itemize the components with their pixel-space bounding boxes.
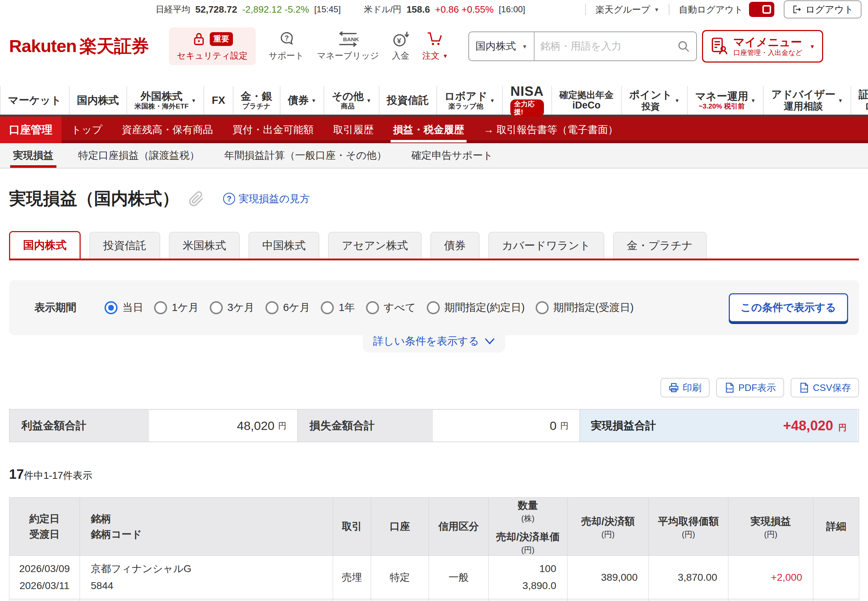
my-menu-button[interactable]: マイメニュー 口座管理・入出金など ▼ (702, 30, 824, 63)
nav-item-investment-trust[interactable]: 投資信託 (379, 86, 436, 114)
subtab-realized-pnl[interactable]: 実現損益 (10, 143, 56, 168)
paperclip-icon[interactable] (188, 191, 204, 207)
proceeds: 389,000 (567, 556, 649, 599)
subtab-annual-pnl[interactable]: 年間損益計算（一般口座・その他） (221, 143, 389, 168)
chevron-down-icon: ▼ (654, 6, 659, 13)
tab-covered-warrant[interactable]: カバードワラント (488, 232, 604, 259)
tab-asean-stock[interactable]: アセアン株式 (328, 232, 422, 259)
rednav-item-withdrawable[interactable]: 買付・出金可能額 (223, 116, 323, 143)
pdf-file-icon: PDF (724, 382, 735, 393)
account-management-section[interactable]: 口座管理 (0, 116, 61, 143)
nav-item-point-investment[interactable]: ポイント 投資 ▼ (621, 86, 688, 114)
table-row[interactable]: 2026/03/09 2026/03/11 京都フィナンシャルG 5844 売埋… (9, 556, 859, 599)
period-option-1month[interactable]: 1ケ月 (154, 300, 199, 315)
page-title: 実現損益（国内株式） (9, 187, 179, 210)
nav-item-gold-platinum[interactable]: 金・銀 プラチナ (233, 86, 280, 114)
subtab-specific-account-pnl[interactable]: 特定口座損益（譲渡益税） (75, 143, 203, 168)
pnl-help-link[interactable]: ? 実現損益の見方 (223, 192, 310, 206)
col-trade-settle-date: 約定日 受渡日 (9, 497, 80, 556)
period-option-range-trade-date[interactable]: 期間指定(約定日) (427, 300, 525, 315)
tab-bonds[interactable]: 債券 (430, 232, 480, 259)
subtab-tax-filing-support[interactable]: 確定申告サポート (408, 143, 496, 168)
divider (585, 4, 586, 15)
nav-item-domestic-stock[interactable]: 国内株式 (69, 86, 127, 114)
rakuten-group-menu[interactable]: 楽天グループ ▼ (595, 4, 659, 15)
tab-china-stock[interactable]: 中国株式 (249, 232, 319, 259)
rednav-item-pnl-tax-history[interactable]: 損益・税金履歴 (383, 116, 474, 143)
tab-gold-platinum[interactable]: 金・プラチナ (613, 232, 707, 259)
nav-item-foreign-stock[interactable]: 外国株式 米国株・海外ETF ▼ (127, 86, 204, 114)
nav-item-ideco[interactable]: 確定拠出年金 iDeCo (552, 86, 621, 114)
logout-label: ログアウト (805, 3, 854, 16)
nav-label: マネー運用 (695, 90, 748, 102)
tab-investment-trust[interactable]: 投資信託 (89, 232, 160, 259)
nav-item-market[interactable]: マーケット (0, 86, 69, 114)
radio-icon (210, 301, 223, 314)
rednav-item-balance[interactable]: 資産残高・保有商品 (112, 116, 223, 143)
col-account-type: 口座 (371, 497, 429, 556)
apply-filter-button[interactable]: この条件で表示する (729, 293, 848, 322)
period-option-6months[interactable]: 6ケ月 (265, 300, 310, 315)
nav-sublabel: 投資 (642, 101, 660, 112)
nav-sublabel: 楽ラップ他 (448, 102, 483, 110)
search-icon[interactable] (677, 40, 690, 53)
security-settings-link[interactable]: 重要 セキュリティ設定 (169, 27, 255, 65)
nav-label: アドバイザー (771, 88, 835, 101)
table-row[interactable]: 2026/03/09 京都フィナンシャルG 売埋 特定 一般 100 392,2… (9, 599, 859, 601)
realized-pnl: +2,000 (728, 556, 813, 599)
usdjpy-value: 158.6 (407, 4, 430, 15)
money-bridge-link[interactable]: BANK マネーブリッジ (317, 27, 379, 65)
trade-type: 売埋 (333, 556, 371, 599)
auto-logout-toggle[interactable] (749, 2, 774, 17)
radio-icon (366, 301, 379, 314)
support-label: サポート (269, 50, 304, 61)
period-option-range-settle-date[interactable]: 期間指定(受渡日) (535, 300, 634, 315)
nav-item-nisa[interactable]: NISA 全力応援! (502, 86, 551, 114)
period-option-all[interactable]: すべて (366, 300, 416, 315)
period-option-3months[interactable]: 3ケ月 (210, 300, 255, 315)
rednav-item-top[interactable]: トップ (61, 116, 112, 143)
nav-item-advisor[interactable]: アドバイザー 運用相談 ▼ (763, 86, 850, 114)
profit-amount: 48,020 (237, 419, 275, 433)
nav-label: ロボアド (444, 90, 488, 102)
print-label: 印刷 (683, 381, 702, 394)
period-option-1year[interactable]: 1年 (321, 300, 355, 315)
rednav-item-trade-history[interactable]: 取引履歴 (323, 116, 383, 143)
csv-save-button[interactable]: CSV CSV保存 (790, 378, 859, 397)
search-category-dropdown[interactable]: 国内株式 ▼ (469, 40, 534, 53)
nav-item-other-products[interactable]: その他 商品 ▼ (324, 86, 379, 114)
profit-total-value: 48,020 円 (149, 410, 297, 442)
toggle-knob-icon (763, 5, 771, 14)
period-option-today[interactable]: 当日 (105, 300, 143, 315)
order-link[interactable]: 注文 ▼ (423, 27, 448, 65)
nav-label: その他 (332, 90, 363, 102)
show-detailed-conditions-toggle[interactable]: 詳しい条件を表示する (363, 330, 505, 352)
logout-button[interactable]: ログアウト (784, 0, 862, 18)
nav-label: 国内株式 (77, 95, 119, 106)
nikkei-time: [15:45] (314, 5, 341, 14)
pdf-view-button[interactable]: PDF PDF表示 (716, 378, 784, 397)
date-cell: 2026/03/09 2026/03/11 (9, 556, 80, 599)
rednav-item-trade-reports[interactable]: → 取引報告書等（電子書面） (474, 116, 628, 143)
nav-item-roboadvisor[interactable]: ロボアド 楽ラップ他 ▼ (436, 86, 503, 114)
nav-item-bonds[interactable]: 債券 ▼ (280, 86, 324, 114)
margin-type: 一般 (429, 599, 489, 601)
money-bridge-label: マネーブリッジ (317, 50, 379, 61)
nav-item-money-management[interactable]: マネー運用 ~3.20% 税引前 ▼ (687, 86, 763, 114)
print-button[interactable]: 印刷 (661, 378, 709, 397)
deposit-link[interactable]: ¥ 入金 (392, 27, 409, 65)
nav-item-fx[interactable]: FX (204, 86, 233, 114)
tab-us-stock[interactable]: 米国株式 (169, 232, 240, 259)
tab-domestic-stock[interactable]: 国内株式 (9, 231, 81, 259)
radio-icon (154, 301, 167, 314)
col-stock-name-code: 銘柄 銘柄コード (80, 497, 333, 556)
support-link[interactable]: ? サポート (269, 27, 304, 65)
realized-pnl-table: 約定日 受渡日 銘柄 銘柄コード 取引 口座 信用区分 数量 (株) 売却/決済… (9, 497, 859, 601)
usdjpy-time: [16:00] (499, 5, 525, 14)
rakuten-logo[interactable]: Rakuten楽天証券 (9, 34, 149, 58)
my-menu-title: マイメニュー (734, 36, 802, 49)
search-category-value: 国内株式 (476, 40, 516, 53)
nav-item-securities-loan[interactable]: 証券担保 ローン (851, 86, 868, 114)
search-input[interactable] (534, 41, 677, 52)
logout-icon (792, 5, 802, 14)
